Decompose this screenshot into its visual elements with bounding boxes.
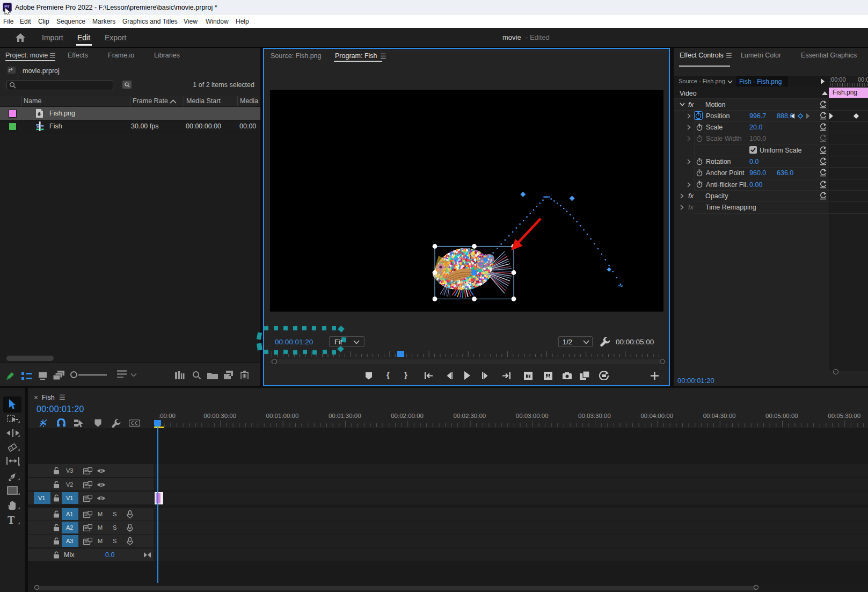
svg-text:×о: ×о — [618, 283, 623, 288]
svg-text:×: × — [548, 194, 551, 199]
svg-text:×о: ×о — [543, 194, 548, 199]
